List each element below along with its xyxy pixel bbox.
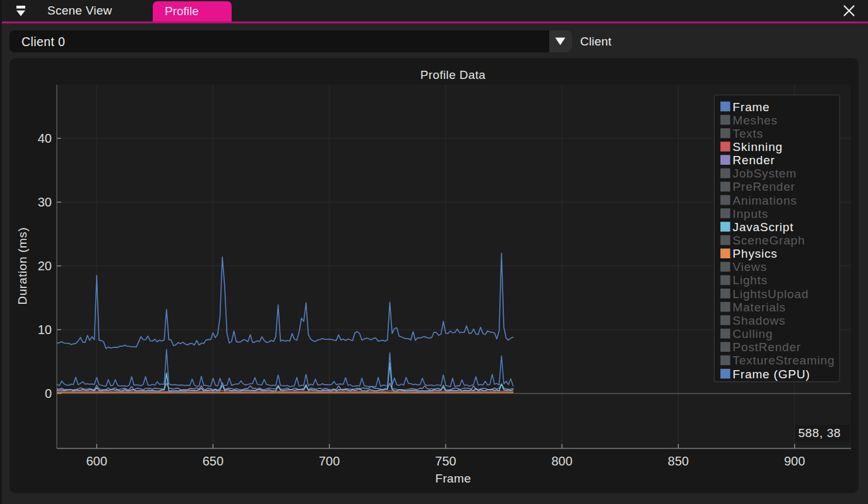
- svg-text:Shadows: Shadows: [733, 314, 786, 327]
- svg-text:Render: Render: [733, 153, 775, 167]
- svg-text:Duration (ms): Duration (ms): [16, 227, 29, 305]
- svg-text:Skinning: Skinning: [733, 140, 783, 153]
- svg-text:588, 38: 588, 38: [798, 426, 841, 440]
- svg-text:PreRender: PreRender: [733, 180, 795, 193]
- svg-text:Frame (GPU): Frame (GPU): [733, 368, 811, 381]
- svg-text:Lights: Lights: [733, 273, 768, 287]
- svg-text:Frame: Frame: [435, 472, 471, 485]
- svg-text:SceneGraph: SceneGraph: [733, 234, 806, 247]
- svg-text:JavaScript: JavaScript: [733, 220, 794, 234]
- svg-text:TextureStreaming: TextureStreaming: [733, 354, 835, 367]
- svg-text:Culling: Culling: [733, 327, 773, 340]
- svg-text:Materials: Materials: [733, 301, 786, 314]
- svg-text:Profile Data: Profile Data: [420, 68, 486, 81]
- svg-text:40: 40: [38, 131, 52, 145]
- svg-text:Texts: Texts: [733, 127, 763, 140]
- svg-text:600: 600: [86, 454, 107, 468]
- svg-text:850: 850: [668, 454, 689, 468]
- svg-text:Animations: Animations: [733, 194, 797, 207]
- svg-text:JobSystem: JobSystem: [733, 167, 797, 180]
- svg-text:20: 20: [38, 259, 52, 273]
- svg-text:Views: Views: [733, 260, 767, 273]
- svg-text:Meshes: Meshes: [733, 114, 778, 127]
- svg-text:700: 700: [319, 454, 340, 468]
- svg-text:PostRender: PostRender: [733, 340, 801, 354]
- svg-text:0: 0: [45, 387, 52, 400]
- svg-text:650: 650: [203, 454, 223, 468]
- svg-text:10: 10: [38, 323, 52, 337]
- svg-text:Physics: Physics: [733, 247, 778, 260]
- svg-text:30: 30: [38, 195, 52, 209]
- svg-text:800: 800: [552, 454, 573, 468]
- svg-text:750: 750: [435, 454, 456, 468]
- svg-text:Inputs: Inputs: [733, 207, 769, 220]
- svg-text:LightsUpload: LightsUpload: [733, 287, 809, 301]
- svg-text:Frame: Frame: [733, 100, 770, 114]
- svg-text:900: 900: [784, 454, 805, 468]
